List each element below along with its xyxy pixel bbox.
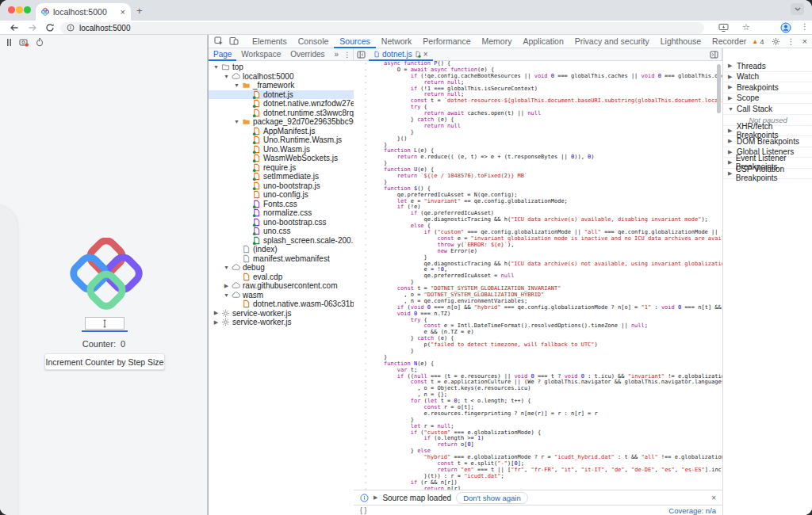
tree-expand-down-icon[interactable]: ▼ bbox=[224, 74, 229, 79]
file-tree-item-dotnet-js[interactable]: dotnet.js bbox=[209, 90, 354, 100]
site-info-icon[interactable] bbox=[67, 24, 75, 32]
send-to-device-icon[interactable] bbox=[718, 23, 729, 32]
tab-close-icon[interactable]: × bbox=[121, 8, 125, 17]
file-tree-item-uno-bootstrap-js[interactable]: uno-bootstrap.js bbox=[209, 181, 354, 191]
file-tree-item-raw-githubusercontent-com[interactable]: ▶raw.githubusercontent.com bbox=[209, 281, 354, 291]
file-tree-item-appmanifest-js[interactable]: AppManifest.js bbox=[209, 127, 354, 136]
devtools-menu-kebab-icon[interactable]: ⋮ bbox=[787, 37, 795, 46]
devtools-tab-console[interactable]: Console bbox=[293, 35, 335, 48]
editor-tab-dotnet-js[interactable]: dotnet.js × bbox=[369, 48, 433, 61]
more-tabs-chevrons[interactable]: » bbox=[330, 48, 344, 61]
devtools-tab-recorder[interactable]: Recorder bbox=[707, 35, 752, 48]
bookmark-star-icon[interactable]: ☆ bbox=[742, 22, 750, 32]
code-line[interactable]: - } bbox=[354, 349, 722, 355]
screenshot-overlay-icon[interactable] bbox=[19, 38, 29, 47]
tree-expand-right-icon[interactable]: ▶ bbox=[224, 283, 229, 289]
address-field[interactable]: localhost:5000 bbox=[60, 22, 704, 34]
notification-close-icon[interactable]: × bbox=[711, 494, 716, 502]
file-tree-item--framework[interactable]: ▼_framework bbox=[209, 81, 354, 90]
code-line[interactable]: - } bbox=[354, 130, 722, 136]
devtools-tab-performance[interactable]: Performance bbox=[417, 35, 476, 48]
editor-scrollbar-thumb[interactable] bbox=[717, 64, 721, 113]
file-tree-item-package-92d70e29635bbc965ff1c10ccd83-[interactable]: ▼package_92d70e29635bbc965ff1c10ccd83... bbox=[209, 117, 354, 127]
dont-show-again-button[interactable]: Don't show again bbox=[456, 492, 528, 504]
tree-expand-down-icon[interactable]: ▼ bbox=[234, 119, 239, 124]
devtools-tab-privacy-and-security[interactable]: Privacy and security bbox=[569, 35, 655, 48]
increment-button[interactable]: Increment Counter by Step Size bbox=[44, 353, 165, 370]
file-tree-item-splash-screen-scale-200-png[interactable]: splash_screen.scale-200.png bbox=[209, 236, 354, 246]
file-tree-item-setimmediate-js[interactable]: setImmediate.js bbox=[209, 172, 354, 181]
file-tree-item-top[interactable]: ▼top bbox=[209, 63, 354, 72]
section-scope[interactable]: ▶Scope bbox=[723, 93, 812, 105]
file-tree-item-uno-runtime-wasm-js[interactable]: Uno.Runtime.Wasm.js bbox=[209, 135, 354, 145]
sidebar-tab-overrides[interactable]: Overrides bbox=[285, 48, 329, 61]
issues-warning-badge[interactable]: ▲4 bbox=[752, 37, 764, 46]
code-line[interactable]: - return `${(e / 1048576).toFixed(2)} MB… bbox=[354, 174, 722, 180]
code-line[interactable]: - return e.reduce(( (e, t) => e + (t.res… bbox=[354, 154, 722, 161]
step-size-input[interactable] bbox=[85, 317, 124, 330]
devtools-tab-elements[interactable]: Elements bbox=[247, 35, 293, 48]
devtools-tab-sources[interactable]: Sources bbox=[334, 35, 376, 48]
section-expand-right-icon[interactable]: ▶ bbox=[728, 74, 733, 80]
forward-icon[interactable] bbox=[28, 23, 37, 32]
file-tree-item-uno-css[interactable]: uno.css bbox=[209, 227, 354, 236]
browser-menu-kebab-icon[interactable]: ⋮ bbox=[801, 22, 809, 31]
section-breakpoints[interactable]: ▶Breakpoints bbox=[723, 82, 812, 93]
section-threads[interactable]: ▶Threads bbox=[723, 61, 812, 72]
navigator-toggle-icon[interactable] bbox=[357, 51, 366, 59]
section-expand-right-icon[interactable]: ▶ bbox=[728, 149, 733, 155]
file-tree-item-uno-bootstrap-css[interactable]: uno-bootstrap.css bbox=[209, 218, 354, 227]
profile-avatar[interactable] bbox=[780, 22, 791, 33]
file-tree-item-dotnet-runtime-st3wwc8rqy-js[interactable]: dotnet.runtime.st3wwc8rqy.js bbox=[209, 109, 354, 118]
section-expand-right-icon[interactable]: ▶ bbox=[728, 63, 733, 69]
file-tree-item-wasmwebsockets-js[interactable]: WasmWebSockets.js bbox=[209, 154, 354, 163]
sidebar-tab-page[interactable]: Page bbox=[209, 48, 236, 61]
devtools-tab-memory[interactable]: Memory bbox=[476, 35, 517, 48]
section-dom-breakpoints[interactable]: ▶DOM Breakpoints bbox=[723, 136, 812, 147]
section-expand-right-icon[interactable]: ▶ bbox=[728, 84, 733, 90]
section-csp-violation-breakpoints[interactable]: ▶CSP Violation Breakpoints bbox=[723, 169, 812, 180]
file-tree-item-manifest-webmanifest[interactable]: manifest.webmanifest bbox=[209, 254, 354, 264]
close-window-button[interactable] bbox=[8, 6, 15, 13]
maximize-window-button[interactable] bbox=[24, 6, 31, 13]
tree-expand-down-icon[interactable]: ▼ bbox=[224, 292, 229, 298]
devtools-tab-application[interactable]: Application bbox=[517, 35, 569, 48]
section-expand-down-icon[interactable]: ▼ bbox=[728, 106, 733, 112]
minimize-window-button[interactable] bbox=[16, 6, 23, 13]
file-tree-item-debug[interactable]: ▼debug bbox=[209, 263, 354, 273]
section-expand-right-icon[interactable]: ▶ bbox=[728, 170, 733, 177]
file-tree-item-service-worker-js[interactable]: ▶service-worker.js bbox=[209, 318, 354, 327]
file-tree-item-uno-config-js[interactable]: uno-config.js bbox=[209, 190, 354, 200]
tree-expand-right-icon[interactable]: ▶ bbox=[213, 319, 219, 326]
file-tree-item-fonts-css[interactable]: Fonts.css bbox=[209, 200, 354, 209]
debugger-sidebar-toggle-icon[interactable] bbox=[710, 51, 718, 59]
expand-notification-icon[interactable]: ▶ bbox=[373, 494, 377, 501]
tree-expand-right-icon[interactable]: ▶ bbox=[213, 310, 219, 316]
file-tree-item-localhost-5000[interactable]: ▼localhost:5000 bbox=[209, 72, 354, 82]
back-icon[interactable] bbox=[10, 23, 19, 32]
file-tree-item-require-js[interactable]: require.js bbox=[209, 163, 354, 173]
devtools-tab-lighthouse[interactable]: Lighthouse bbox=[655, 35, 707, 48]
sidebar-tab-workspace[interactable]: Workspace bbox=[236, 48, 285, 61]
devtools-close-icon[interactable]: × bbox=[802, 36, 807, 46]
section-expand-right-icon[interactable]: ▶ bbox=[728, 95, 733, 101]
file-tree-item-dotnet-native-wasm-063c31b6[interactable]: dotnet.native.wasm-063c31b6 bbox=[209, 299, 354, 309]
tree-expand-down-icon[interactable]: ▼ bbox=[234, 82, 239, 88]
section-expand-right-icon[interactable]: ▶ bbox=[728, 159, 733, 166]
devtools-settings-gear-icon[interactable] bbox=[772, 37, 780, 46]
section-expand-right-icon[interactable]: ▶ bbox=[728, 128, 733, 134]
device-toolbar-icon[interactable] bbox=[229, 36, 239, 46]
coverage-link[interactable]: Coverage: n/a bbox=[668, 506, 716, 515]
pause-overlay-icon[interactable] bbox=[6, 38, 13, 47]
tree-expand-down-icon[interactable]: ▼ bbox=[213, 64, 219, 70]
file-tree-item-eval-cdp[interactable]: eval.cdp bbox=[209, 273, 354, 282]
new-tab-button[interactable]: + bbox=[136, 5, 143, 17]
section-watch[interactable]: ▶Watch bbox=[723, 72, 812, 83]
inspect-element-icon[interactable] bbox=[214, 36, 224, 46]
file-tree-item-normalize-css[interactable]: normalize.css bbox=[209, 208, 354, 218]
editor-tab-close-icon[interactable]: × bbox=[423, 50, 428, 59]
file-tree-item-wasm[interactable]: ▼wasm bbox=[209, 291, 354, 300]
hot-reload-flame-icon[interactable] bbox=[36, 37, 44, 47]
file-tree-item--index-[interactable]: (index) bbox=[209, 245, 354, 254]
browser-tab[interactable]: localhost:5000 × bbox=[36, 3, 131, 21]
